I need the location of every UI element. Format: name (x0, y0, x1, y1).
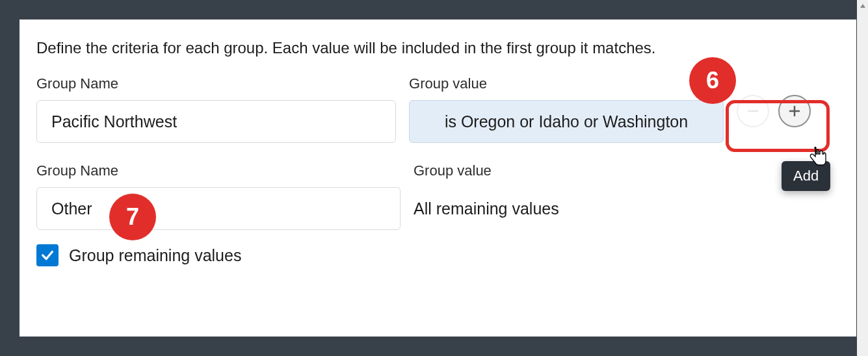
add-tooltip: Add (782, 161, 830, 191)
group-remaining-row: Group remaining values (36, 244, 839, 266)
group-name-label: Group Name (36, 75, 396, 92)
group-value-text: is Oregon or Idaho or Washington (445, 112, 688, 131)
group-value-label: Group value (409, 75, 724, 92)
group-value-label: Group value (414, 162, 732, 179)
scrollbar[interactable] (857, 0, 868, 356)
group-value-static: All remaining values (414, 187, 732, 230)
add-group-button[interactable] (778, 95, 811, 127)
group-name-label: Group Name (36, 162, 401, 179)
group-value-pill[interactable]: is Oregon or Idaho or Washington (409, 100, 724, 143)
svg-marker-3 (860, 4, 865, 8)
instruction-text: Define the criteria for each group. Each… (36, 39, 839, 57)
remove-group-button[interactable] (737, 95, 769, 127)
group-remaining-label: Group remaining values (69, 246, 241, 265)
group-criteria-panel: Define the criteria for each group. Each… (20, 19, 856, 337)
group-remaining-checkbox[interactable] (36, 244, 59, 266)
group-row: Group Name 7 Group value All remaining v… (36, 162, 839, 230)
group-row: Group Name Group value is Oregon or Idah… (36, 75, 839, 143)
scrollbar-up-icon[interactable] (857, 0, 868, 11)
group-name-input[interactable] (36, 187, 401, 230)
group-name-input[interactable] (36, 100, 396, 143)
